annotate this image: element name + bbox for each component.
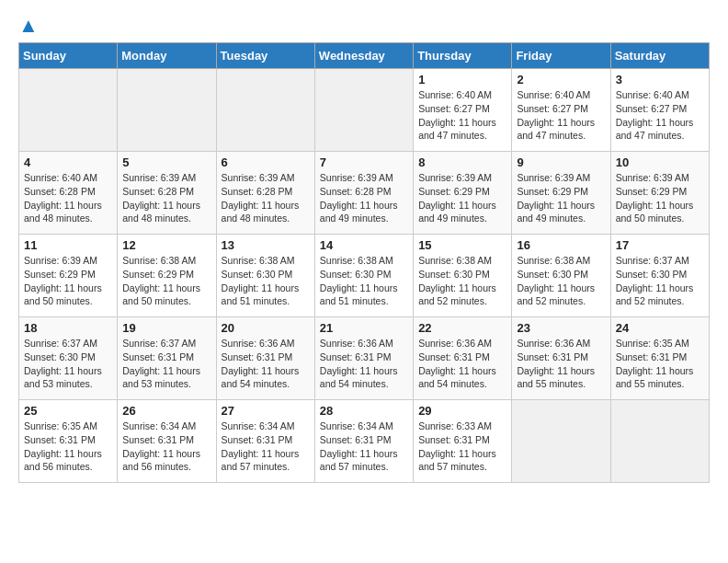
- day-cell: [19, 69, 118, 152]
- day-info: Sunrise: 6:37 AM Sunset: 6:30 PM Dayligh…: [616, 254, 704, 308]
- day-cell: 10Sunrise: 6:39 AM Sunset: 6:29 PM Dayli…: [610, 152, 709, 235]
- day-number: 6: [222, 155, 310, 169]
- day-cell: [314, 69, 413, 152]
- weekday-header-monday: Monday: [118, 43, 216, 69]
- day-info: Sunrise: 6:39 AM Sunset: 6:28 PM Dayligh…: [222, 171, 310, 225]
- day-info: Sunrise: 6:39 AM Sunset: 6:29 PM Dayligh…: [517, 171, 605, 225]
- header: ▲: [18, 15, 710, 33]
- day-cell: 6Sunrise: 6:39 AM Sunset: 6:28 PM Daylig…: [216, 152, 314, 235]
- weekday-header-sunday: Sunday: [19, 43, 118, 69]
- day-info: Sunrise: 6:38 AM Sunset: 6:29 PM Dayligh…: [122, 254, 210, 308]
- day-number: 10: [616, 155, 704, 169]
- day-cell: 2Sunrise: 6:40 AM Sunset: 6:27 PM Daylig…: [512, 69, 610, 152]
- day-info: Sunrise: 6:38 AM Sunset: 6:30 PM Dayligh…: [222, 254, 310, 308]
- day-info: Sunrise: 6:35 AM Sunset: 6:31 PM Dayligh…: [24, 419, 112, 474]
- day-cell: 4Sunrise: 6:40 AM Sunset: 6:28 PM Daylig…: [19, 152, 118, 235]
- day-cell: 21Sunrise: 6:36 AM Sunset: 6:31 PM Dayli…: [314, 317, 413, 400]
- weekday-header-thursday: Thursday: [414, 43, 512, 69]
- day-info: Sunrise: 6:40 AM Sunset: 6:28 PM Dayligh…: [24, 171, 112, 225]
- day-number: 7: [320, 155, 408, 169]
- day-cell: 14Sunrise: 6:38 AM Sunset: 6:30 PM Dayli…: [314, 235, 413, 317]
- day-cell: 17Sunrise: 6:37 AM Sunset: 6:30 PM Dayli…: [610, 235, 709, 317]
- day-info: Sunrise: 6:36 AM Sunset: 6:31 PM Dayligh…: [320, 337, 408, 391]
- day-number: 4: [24, 155, 112, 169]
- weekday-header-saturday: Saturday: [610, 43, 709, 69]
- week-row-5: 25Sunrise: 6:35 AM Sunset: 6:31 PM Dayli…: [19, 400, 710, 483]
- day-info: Sunrise: 6:36 AM Sunset: 6:31 PM Dayligh…: [418, 337, 506, 391]
- day-cell: 23Sunrise: 6:36 AM Sunset: 6:31 PM Dayli…: [512, 317, 610, 400]
- day-cell: 22Sunrise: 6:36 AM Sunset: 6:31 PM Dayli…: [414, 317, 512, 400]
- day-number: 22: [418, 321, 506, 335]
- day-cell: 29Sunrise: 6:33 AM Sunset: 6:31 PM Dayli…: [414, 400, 512, 483]
- day-info: Sunrise: 6:36 AM Sunset: 6:31 PM Dayligh…: [222, 337, 310, 391]
- day-number: 16: [517, 238, 605, 252]
- day-number: 26: [122, 404, 210, 418]
- day-number: 29: [418, 404, 506, 418]
- day-info: Sunrise: 6:39 AM Sunset: 6:29 PM Dayligh…: [24, 254, 112, 308]
- day-number: 8: [418, 155, 506, 169]
- day-cell: 8Sunrise: 6:39 AM Sunset: 6:29 PM Daylig…: [414, 152, 512, 235]
- day-info: Sunrise: 6:37 AM Sunset: 6:31 PM Dayligh…: [122, 337, 210, 391]
- day-cell: [216, 69, 314, 152]
- week-row-4: 18Sunrise: 6:37 AM Sunset: 6:30 PM Dayli…: [19, 317, 710, 400]
- day-number: 2: [517, 73, 605, 86]
- day-number: 17: [616, 238, 704, 252]
- day-number: 14: [320, 238, 408, 252]
- day-number: 11: [24, 238, 112, 252]
- day-info: Sunrise: 6:39 AM Sunset: 6:28 PM Dayligh…: [122, 171, 210, 225]
- day-cell: 12Sunrise: 6:38 AM Sunset: 6:29 PM Dayli…: [118, 235, 216, 317]
- logo-blue-top: ▲: [18, 14, 39, 37]
- day-number: 24: [616, 321, 704, 335]
- day-cell: 3Sunrise: 6:40 AM Sunset: 6:27 PM Daylig…: [610, 69, 709, 152]
- day-cell: 7Sunrise: 6:39 AM Sunset: 6:28 PM Daylig…: [314, 152, 413, 235]
- weekday-header-row: SundayMondayTuesdayWednesdayThursdayFrid…: [19, 43, 710, 69]
- day-info: Sunrise: 6:34 AM Sunset: 6:31 PM Dayligh…: [122, 419, 210, 474]
- day-number: 23: [517, 321, 605, 335]
- day-number: 3: [616, 73, 704, 86]
- day-info: Sunrise: 6:39 AM Sunset: 6:28 PM Dayligh…: [320, 171, 408, 225]
- day-info: Sunrise: 6:39 AM Sunset: 6:29 PM Dayligh…: [418, 171, 506, 225]
- day-number: 27: [222, 404, 310, 418]
- page: ▲ SundayMondayTuesdayWednesdayThursdayFr…: [0, 0, 728, 498]
- week-row-2: 4Sunrise: 6:40 AM Sunset: 6:28 PM Daylig…: [19, 152, 710, 235]
- week-row-3: 11Sunrise: 6:39 AM Sunset: 6:29 PM Dayli…: [19, 235, 710, 317]
- day-info: Sunrise: 6:37 AM Sunset: 6:30 PM Dayligh…: [24, 337, 112, 391]
- day-cell: 5Sunrise: 6:39 AM Sunset: 6:28 PM Daylig…: [118, 152, 216, 235]
- day-number: 18: [24, 321, 112, 335]
- day-cell: 19Sunrise: 6:37 AM Sunset: 6:31 PM Dayli…: [118, 317, 216, 400]
- day-number: 5: [122, 155, 210, 169]
- day-info: Sunrise: 6:38 AM Sunset: 6:30 PM Dayligh…: [517, 254, 605, 308]
- day-number: 19: [122, 321, 210, 335]
- day-info: Sunrise: 6:38 AM Sunset: 6:30 PM Dayligh…: [418, 254, 506, 308]
- day-cell: [610, 400, 709, 483]
- day-info: Sunrise: 6:34 AM Sunset: 6:31 PM Dayligh…: [320, 419, 408, 474]
- day-info: Sunrise: 6:40 AM Sunset: 6:27 PM Dayligh…: [616, 88, 704, 143]
- day-cell: 27Sunrise: 6:34 AM Sunset: 6:31 PM Dayli…: [216, 400, 314, 483]
- week-row-1: 1Sunrise: 6:40 AM Sunset: 6:27 PM Daylig…: [19, 69, 710, 152]
- day-info: Sunrise: 6:39 AM Sunset: 6:29 PM Dayligh…: [616, 171, 704, 225]
- day-number: 1: [418, 73, 506, 86]
- weekday-header-wednesday: Wednesday: [314, 43, 413, 69]
- day-info: Sunrise: 6:36 AM Sunset: 6:31 PM Dayligh…: [517, 337, 605, 391]
- day-cell: [118, 69, 216, 152]
- day-info: Sunrise: 6:34 AM Sunset: 6:31 PM Dayligh…: [222, 419, 310, 474]
- day-cell: 25Sunrise: 6:35 AM Sunset: 6:31 PM Dayli…: [19, 400, 118, 483]
- day-number: 12: [122, 238, 210, 252]
- day-cell: 20Sunrise: 6:36 AM Sunset: 6:31 PM Dayli…: [216, 317, 314, 400]
- weekday-header-tuesday: Tuesday: [216, 43, 314, 69]
- day-cell: 18Sunrise: 6:37 AM Sunset: 6:30 PM Dayli…: [19, 317, 118, 400]
- day-info: Sunrise: 6:35 AM Sunset: 6:31 PM Dayligh…: [616, 337, 704, 391]
- day-number: 28: [320, 404, 408, 418]
- day-cell: 13Sunrise: 6:38 AM Sunset: 6:30 PM Dayli…: [216, 235, 314, 317]
- day-cell: 1Sunrise: 6:40 AM Sunset: 6:27 PM Daylig…: [414, 69, 512, 152]
- day-info: Sunrise: 6:33 AM Sunset: 6:31 PM Dayligh…: [418, 419, 506, 474]
- day-cell: 15Sunrise: 6:38 AM Sunset: 6:30 PM Dayli…: [414, 235, 512, 317]
- logo: ▲: [18, 15, 39, 33]
- day-cell: [512, 400, 610, 483]
- day-info: Sunrise: 6:40 AM Sunset: 6:27 PM Dayligh…: [418, 88, 506, 143]
- day-cell: 28Sunrise: 6:34 AM Sunset: 6:31 PM Dayli…: [314, 400, 413, 483]
- day-info: Sunrise: 6:38 AM Sunset: 6:30 PM Dayligh…: [320, 254, 408, 308]
- day-cell: 11Sunrise: 6:39 AM Sunset: 6:29 PM Dayli…: [19, 235, 118, 317]
- day-info: Sunrise: 6:40 AM Sunset: 6:27 PM Dayligh…: [517, 88, 605, 143]
- weekday-header-friday: Friday: [512, 43, 610, 69]
